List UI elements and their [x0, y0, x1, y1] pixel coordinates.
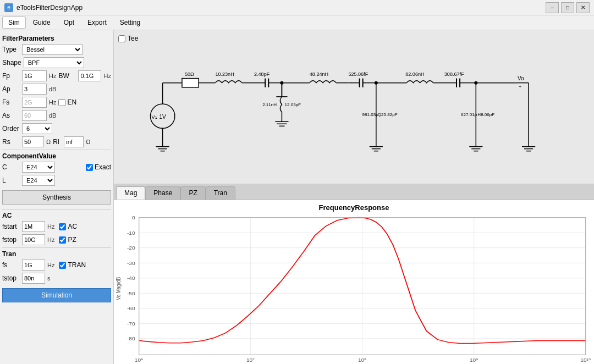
maximize-button[interactable]: □ [561, 2, 574, 13]
c-row: C E6E12E24E48E96 Exact [2, 162, 111, 173]
svg-text:Vo: Vo [518, 75, 524, 81]
svg-text:H8.06pF: H8.06pF [477, 112, 494, 117]
type-select[interactable]: Bessel Butterworth Chebyshev Elliptic [22, 44, 82, 55]
menu-opt[interactable]: Opt [58, 16, 80, 29]
ap-input[interactable] [22, 84, 47, 95]
svg-text:10⁷: 10⁷ [246, 357, 255, 363]
fstop-label: fstop [2, 236, 20, 244]
shape-label: Shape [2, 59, 21, 67]
pz-checkbox[interactable] [59, 236, 66, 244]
svg-text:+: + [519, 84, 521, 90]
close-button[interactable]: ✕ [576, 2, 590, 13]
as-label: As [2, 112, 20, 119]
c-series-select[interactable]: E6E12E24E48E96 [22, 162, 55, 173]
order-select[interactable]: 12345 678 [22, 123, 52, 134]
ac-checkbox-row[interactable]: AC [59, 223, 77, 230]
fs-input[interactable] [22, 97, 47, 108]
svg-text:12.03pF: 12.03pF [284, 102, 301, 107]
menu-setting[interactable]: Setting [114, 16, 146, 29]
order-row: Order 12345 678 [2, 123, 111, 134]
left-panel: FilterParameters Type Bessel Butterworth… [0, 30, 114, 364]
fstart-unit: Hz [47, 223, 54, 230]
svg-text:50Ω: 50Ω [185, 71, 194, 77]
tran-checkbox-row[interactable]: TRAN [59, 261, 86, 269]
exact-checkbox[interactable] [86, 164, 93, 171]
tee-checkbox[interactable] [118, 35, 125, 42]
svg-text:48.24nH: 48.24nH [310, 71, 328, 77]
fstart-input[interactable] [22, 221, 45, 232]
l-series-select[interactable]: E6E12E24E48E96 [22, 175, 55, 186]
minimize-button[interactable]: – [546, 2, 559, 13]
svg-text:10¹⁰: 10¹⁰ [580, 357, 591, 363]
svg-text:0: 0 [132, 215, 135, 220]
title-bar: e eToolsFilterDesignApp – □ ✕ [0, 0, 594, 15]
menu-sim[interactable]: Sim [2, 16, 26, 29]
menu-guide[interactable]: Guide [27, 16, 57, 29]
c-label: C [2, 163, 20, 171]
svg-text:82.06nH: 82.06nH [405, 71, 424, 77]
ap-label: Ap [2, 85, 20, 93]
tab-pz[interactable]: PZ [180, 186, 205, 200]
en-checkbox-row[interactable]: EN [58, 98, 76, 106]
fstop-unit: Hz [47, 236, 54, 243]
svg-text:10⁸: 10⁸ [358, 357, 367, 363]
simulation-button[interactable]: Simulation [2, 288, 111, 302]
tee-row: Tee [118, 35, 590, 42]
fs-unit: Hz [49, 99, 56, 106]
rs-input[interactable] [22, 136, 44, 147]
svg-rect-0 [118, 49, 590, 161]
frequency-response-chart: 0 -10 -20 -30 -40 -50 -60 -70 -80 10⁶ 10… [114, 213, 594, 364]
svg-text:10⁶: 10⁶ [135, 357, 144, 363]
bw-unit: Hz [103, 73, 111, 79]
fp-unit: Hz [49, 73, 56, 79]
svg-text:627.01p: 627.01p [461, 112, 477, 117]
l-label: L [2, 177, 20, 184]
circuit-diagram: 1V 50Ω 10.23nH [118, 45, 590, 166]
tstop-label: tstop [2, 274, 20, 282]
tstop-input[interactable] [22, 273, 45, 284]
svg-text:-70: -70 [127, 321, 135, 327]
exact-checkbox-row[interactable]: Exact [86, 163, 111, 171]
svg-text:-80: -80 [127, 336, 135, 341]
svg-text:308.67fF: 308.67fF [444, 71, 464, 77]
svg-text:Vo Mag/dB: Vo Mag/dB [115, 277, 122, 300]
pz-label: PZ [68, 236, 76, 244]
tab-tran[interactable]: Tran [206, 186, 235, 200]
rs-unit: Ω [46, 139, 51, 145]
svg-rect-9 [182, 79, 199, 87]
pz-checkbox-row[interactable]: PZ [59, 236, 76, 244]
as-input[interactable] [22, 110, 47, 121]
tran-fs-label: fs [2, 261, 20, 269]
tran-fs-input[interactable] [22, 260, 45, 271]
svg-text:981.03p: 981.03p [362, 112, 379, 117]
fs-row: Fs Hz EN [2, 97, 111, 108]
app-icon: e [4, 3, 13, 12]
right-panel: Tee 1V 50Ω [114, 30, 594, 364]
svg-text:2.11nH: 2.11nH [262, 102, 277, 107]
ac-checkbox[interactable] [59, 223, 66, 230]
as-unit: dB [49, 112, 56, 119]
circuit-area: Tee 1V 50Ω [114, 30, 594, 184]
filter-params-header: FilterParameters [2, 35, 111, 42]
fstart-row: fstart Hz AC [2, 221, 111, 232]
bw-input[interactable] [78, 70, 101, 81]
tab-mag[interactable]: Mag [116, 186, 145, 200]
fp-input[interactable] [22, 70, 47, 81]
tab-phase[interactable]: Phase [145, 186, 180, 200]
fstop-input[interactable] [22, 234, 45, 245]
synthesis-button[interactable]: Synthesis [2, 190, 111, 205]
rs-rl-row: Rs Ω Rl Ω [2, 136, 111, 147]
tran-checkbox[interactable] [59, 262, 66, 269]
component-value-header: ComponentValue [2, 152, 111, 160]
en-checkbox[interactable] [58, 99, 65, 106]
bw-label: BW [58, 72, 76, 80]
tran-fs-row: fs Hz TRAN [2, 260, 111, 271]
menu-export[interactable]: Export [81, 16, 113, 29]
ap-unit: dB [49, 86, 56, 92]
shape-select[interactable]: LPF HPF BPF BSF [24, 57, 84, 68]
svg-text:1V: 1V [159, 114, 166, 120]
rl-input[interactable] [64, 136, 84, 147]
rl-unit: Ω [86, 139, 90, 145]
fp-row: Fp Hz BW Hz [2, 70, 111, 81]
svg-text:-40: -40 [127, 275, 135, 281]
